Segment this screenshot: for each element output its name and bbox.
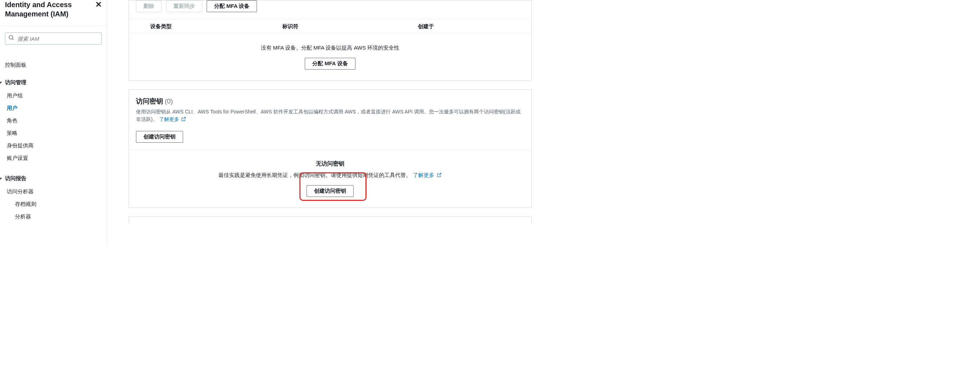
ak-empty-desc: 最佳实践是避免使用长期凭证，例如访问密钥。请使用提供短期凭证的工具代替。 (218, 172, 411, 178)
ak-header: 访问密钥 (0) 使用访问密钥从 AWS CLI、AWS Tools for P… (129, 89, 531, 131)
resync-button: 重新同步 (166, 0, 202, 12)
ak-empty-title: 无访问密钥 (136, 160, 524, 168)
col-device-type: 设备类型 (150, 23, 282, 30)
mfa-panel: 删除 重新同步 分配 MFA 设备 设备类型 标识符 创建于 没有 MFA 设备… (129, 0, 532, 81)
mfa-table-header: 设备类型 标识符 创建于 (129, 19, 531, 34)
search-wrap (0, 26, 107, 51)
ak-learn-more-link[interactable]: 了解更多 (159, 116, 187, 122)
nav-item-usergroups[interactable]: 用户组 (5, 89, 102, 102)
nav-sub-analyzer[interactable]: 分析器 (5, 210, 102, 223)
nav: 控制面板 访问管理 用户组 用户 角色 策略 身份提供商 账户设置 访问报告 访… (0, 51, 107, 223)
nav-item-roles[interactable]: 角色 (5, 114, 102, 127)
sidebar: Identity and Access Management (IAM) ✕ 控… (0, 0, 107, 246)
nav-item-users[interactable]: 用户 (5, 102, 102, 114)
access-key-panel: 访问密钥 (0) 使用访问密钥从 AWS CLI、AWS Tools for P… (129, 89, 532, 208)
sidebar-header: Identity and Access Management (IAM) ✕ (0, 0, 107, 26)
mfa-empty-text: 没有 MFA 设备。分配 MFA 设备以提高 AWS 环境的安全性 (136, 45, 524, 51)
ak-empty-learn-more-text: 了解更多 (413, 172, 434, 178)
next-panel-stub (129, 216, 532, 224)
search-box[interactable] (5, 32, 102, 45)
create-access-key-button[interactable]: 创建访问密钥 (307, 185, 354, 197)
ak-learn-more-text: 了解更多 (159, 116, 179, 122)
search-icon (8, 35, 18, 43)
nav-dashboard[interactable]: 控制面板 (5, 51, 102, 76)
ak-title: 访问密钥 (136, 97, 163, 105)
nav-group-report[interactable]: 访问报告 (5, 172, 102, 186)
assign-mfa-button[interactable]: 分配 MFA 设备 (207, 0, 257, 12)
col-identifier: 标识符 (282, 23, 418, 30)
ak-count: (0) (164, 97, 173, 105)
mfa-empty: 没有 MFA 设备。分配 MFA 设备以提高 AWS 环境的安全性 分配 MFA… (129, 34, 531, 80)
nav-item-idp[interactable]: 身份提供商 (5, 140, 102, 152)
ak-empty-learn-more-link[interactable]: 了解更多 (413, 172, 442, 178)
nav-item-account[interactable]: 账户设置 (5, 152, 102, 164)
external-link-icon (436, 172, 442, 179)
nav-item-analyzer[interactable]: 访问分析器 (5, 186, 102, 198)
main-content: 删除 重新同步 分配 MFA 设备 设备类型 标识符 创建于 没有 MFA 设备… (107, 0, 546, 246)
close-icon[interactable]: ✕ (95, 0, 102, 9)
create-access-key-top-button[interactable]: 创建访问密钥 (136, 131, 183, 143)
delete-button: 删除 (136, 0, 162, 12)
ak-desc-text: 使用访问密钥从 AWS CLI、AWS Tools for PowerShell… (136, 109, 521, 122)
svg-line-1 (12, 38, 14, 40)
service-title: Identity and Access Management (IAM) (5, 0, 87, 19)
nav-item-policies[interactable]: 策略 (5, 127, 102, 140)
nav-sub-archive[interactable]: 存档规则 (5, 198, 102, 210)
search-input[interactable] (18, 36, 99, 42)
svg-point-0 (9, 35, 13, 39)
ak-empty-desc-row: 最佳实践是避免使用长期凭证，例如访问密钥。请使用提供短期凭证的工具代替。 了解更… (136, 172, 524, 179)
ak-body-top: 创建访问密钥 (129, 131, 531, 150)
assign-mfa-button-2[interactable]: 分配 MFA 设备 (305, 58, 355, 70)
ak-desc: 使用访问密钥从 AWS CLI、AWS Tools for PowerShell… (136, 108, 524, 124)
ak-empty: 无访问密钥 最佳实践是避免使用长期凭证，例如访问密钥。请使用提供短期凭证的工具代… (129, 150, 531, 208)
external-link-icon (181, 116, 186, 124)
col-created: 创建于 (418, 23, 531, 30)
mfa-button-row: 删除 重新同步 分配 MFA 设备 (136, 0, 524, 12)
nav-group-access[interactable]: 访问管理 (5, 76, 102, 89)
